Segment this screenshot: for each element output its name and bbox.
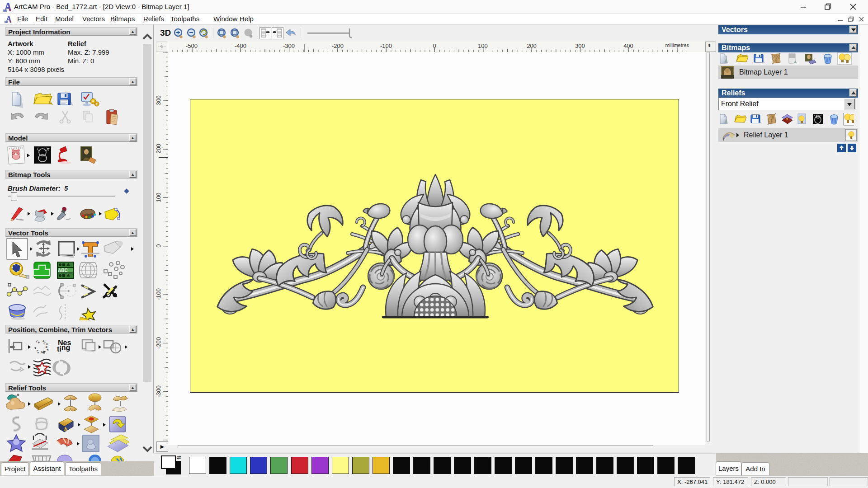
svg-text:b: b: [64, 426, 67, 432]
svg-text:200: 200: [527, 42, 537, 49]
svg-text:300: 300: [575, 42, 585, 49]
svg-text:-200: -200: [156, 337, 162, 349]
svg-text:+: +: [722, 136, 726, 141]
svg-text:-300: -300: [283, 42, 295, 49]
svg-text:400: 400: [623, 42, 633, 49]
svg-text:100: 100: [478, 42, 488, 49]
svg-text:e: e: [33, 346, 37, 349]
svg-text:x t: x t: [42, 339, 46, 344]
svg-text:t e: t e: [36, 340, 41, 344]
svg-text:0: 0: [433, 42, 436, 49]
svg-text:-300: -300: [156, 385, 162, 397]
svg-text:r v: r v: [35, 349, 40, 354]
svg-text:-100: -100: [380, 42, 392, 49]
svg-text:-100: -100: [156, 288, 162, 300]
svg-text:T: T: [47, 147, 50, 152]
svg-text:ting: ting: [57, 344, 70, 353]
svg-text:-400: -400: [235, 42, 246, 49]
svg-text:0: 0: [156, 244, 162, 247]
svg-text:a: a: [47, 348, 50, 352]
svg-text:-200: -200: [332, 42, 344, 49]
svg-text:o n: o n: [45, 343, 49, 349]
svg-text:300: 300: [156, 95, 162, 105]
svg-text:200: 200: [156, 144, 162, 154]
svg-text:millimetres: millimetres: [665, 42, 689, 48]
svg-text:100: 100: [156, 192, 162, 202]
svg-text:-500: -500: [186, 42, 198, 49]
svg-text:ABC: ABC: [58, 268, 68, 273]
